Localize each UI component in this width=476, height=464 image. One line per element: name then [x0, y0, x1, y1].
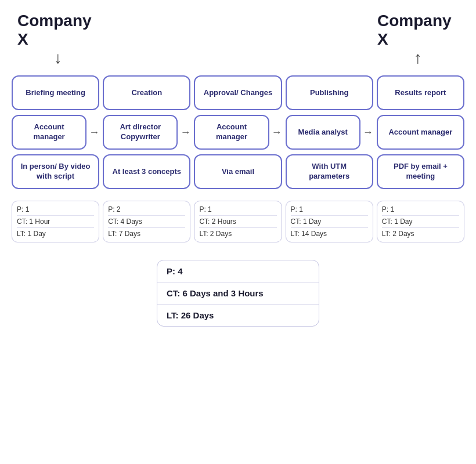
method-cell-5: PDF by email + meeting — [377, 154, 464, 189]
stat-ct-5: CT: 1 Day — [382, 216, 459, 228]
stat-ct-2: CT: 4 Days — [108, 216, 185, 228]
stat-lt-1: LT: 1 Day — [17, 228, 94, 240]
role-box-4: Media analyst — [286, 115, 360, 150]
stat-p-4: P: 1 — [291, 204, 368, 216]
role-cell-2: Art director Copywriter → — [103, 115, 190, 150]
summary-ct: CT: 6 Days and 3 Hours — [157, 282, 319, 304]
role-box-2: Art director Copywriter — [103, 115, 178, 150]
stage-cell-5: Results report — [377, 75, 464, 110]
stats-cell-3: P: 1 CT: 2 Hours LT: 2 Days — [194, 196, 282, 242]
stage-box-2: Creation — [103, 75, 190, 110]
company-left-title: Company X — [17, 12, 99, 49]
stage-box-4: Publishing — [286, 75, 373, 110]
stage-cell-3: Approval/ Changes — [194, 75, 282, 110]
stage-cell-2: Creation — [103, 75, 190, 110]
stats-row: P: 1 CT: 1 Hour LT: 1 Day P: 2 CT: 4 Day… — [12, 196, 464, 242]
header-row: Company X ↓ Company X ↑ — [12, 12, 464, 70]
method-box-4: With UTM parameters — [286, 154, 373, 189]
stat-p-5: P: 1 — [382, 204, 459, 216]
stat-p-2: P: 2 — [108, 204, 185, 216]
method-box-3: Via email — [194, 154, 282, 189]
stats-cell-1: P: 1 CT: 1 Hour LT: 1 Day — [12, 196, 99, 242]
company-left-block: Company X ↓ — [17, 12, 99, 70]
grid-section: Briefing meeting Creation Approval/ Chan… — [12, 75, 464, 242]
stats-box-4: P: 1 CT: 1 Day LT: 14 Days — [286, 201, 373, 242]
method-box-2: At least 3 concepts — [103, 154, 190, 189]
method-row: In person/ By video with script At least… — [12, 154, 464, 189]
stat-ct-1: CT: 1 Hour — [17, 216, 94, 228]
page: Company X ↓ Company X ↑ Briefing meeting… — [12, 12, 464, 327]
role-box-1: Account manager — [12, 115, 86, 150]
role-arrow-4: → — [363, 126, 373, 139]
method-box-1: In person/ By video with script — [12, 154, 99, 189]
stats-box-2: P: 2 CT: 4 Days LT: 7 Days — [103, 201, 190, 242]
stats-cell-5: P: 1 CT: 1 Day LT: 2 Days — [377, 196, 464, 242]
stage-cell-4: Publishing — [286, 75, 373, 110]
company-right-block: Company X ↑ — [377, 12, 459, 70]
stage-box-3: Approval/ Changes — [194, 75, 282, 110]
stats-box-3: P: 1 CT: 2 Hours LT: 2 Days — [194, 201, 282, 242]
roles-row: Account manager → Art director Copywrite… — [12, 115, 464, 150]
stat-p-3: P: 1 — [199, 204, 276, 216]
role-arrow-2: → — [180, 126, 190, 139]
summary-box: P: 4 CT: 6 Days and 3 Hours LT: 26 Days — [157, 260, 319, 327]
role-arrow-1: → — [89, 126, 99, 139]
arrow-up-icon: ↑ — [414, 49, 422, 67]
role-cell-1: Account manager → — [12, 115, 99, 150]
stats-box-5: P: 1 CT: 1 Day LT: 2 Days — [377, 201, 464, 242]
stats-cell-4: P: 1 CT: 1 Day LT: 14 Days — [286, 196, 373, 242]
stage-box-5: Results report — [377, 75, 464, 110]
stat-ct-4: CT: 1 Day — [291, 216, 368, 228]
company-right-title: Company X — [377, 12, 459, 49]
method-box-5: PDF by email + meeting — [377, 154, 464, 189]
method-cell-2: At least 3 concepts — [103, 154, 190, 189]
stat-lt-2: LT: 7 Days — [108, 228, 185, 240]
stage-row: Briefing meeting Creation Approval/ Chan… — [12, 75, 464, 110]
stats-box-1: P: 1 CT: 1 Hour LT: 1 Day — [12, 201, 99, 242]
summary-section: P: 4 CT: 6 Days and 3 Hours LT: 26 Days — [12, 260, 464, 327]
role-arrow-3: → — [272, 126, 282, 139]
stat-lt-4: LT: 14 Days — [291, 228, 368, 240]
stats-cell-2: P: 2 CT: 4 Days LT: 7 Days — [103, 196, 190, 242]
role-cell-3: Account manager → — [194, 115, 282, 150]
summary-p: P: 4 — [157, 260, 319, 282]
stat-lt-5: LT: 2 Days — [382, 228, 459, 240]
stat-ct-3: CT: 2 Hours — [199, 216, 276, 228]
role-cell-5: Account manager — [377, 115, 464, 150]
method-cell-4: With UTM parameters — [286, 154, 373, 189]
stage-box-1: Briefing meeting — [12, 75, 99, 110]
arrow-down-icon: ↓ — [54, 49, 62, 67]
role-box-5: Account manager — [377, 115, 464, 150]
stage-cell-1: Briefing meeting — [12, 75, 99, 110]
method-cell-1: In person/ By video with script — [12, 154, 99, 189]
stat-lt-3: LT: 2 Days — [199, 228, 276, 240]
summary-lt: LT: 26 Days — [157, 304, 319, 326]
role-box-3: Account manager — [194, 115, 269, 150]
role-cell-4: Media analyst → — [286, 115, 373, 150]
stat-p-1: P: 1 — [17, 204, 94, 216]
method-cell-3: Via email — [194, 154, 282, 189]
